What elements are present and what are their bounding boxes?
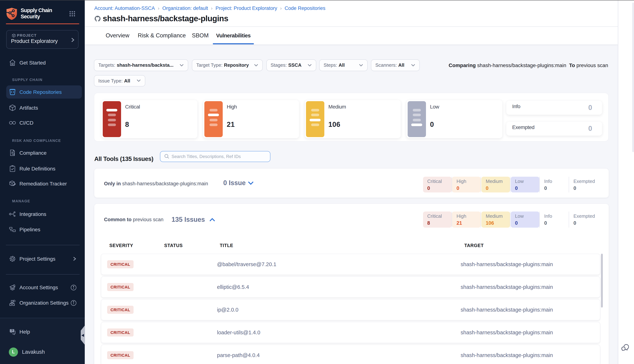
svg-text:?: ? bbox=[11, 329, 13, 332]
